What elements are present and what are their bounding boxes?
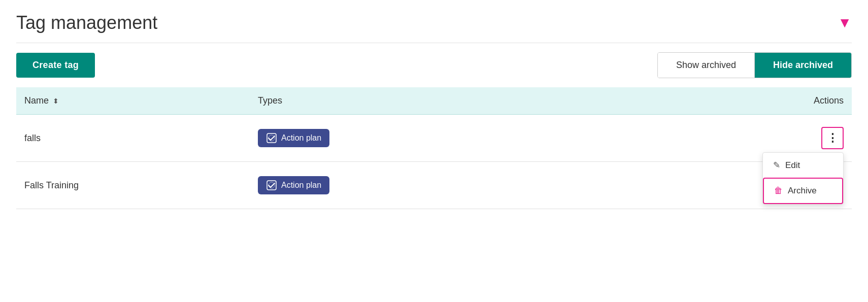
toolbar: Create tag Show archived Hide archived [16, 43, 852, 87]
edit-label: Edit [785, 160, 800, 171]
type-badge-label: Action plan [281, 133, 321, 143]
action-plan-icon [266, 180, 277, 191]
row-actions: ⋮ ✎ Edit 🗑 Archive [783, 127, 844, 149]
type-badge: Action plan [258, 129, 329, 147]
edit-menu-item[interactable]: ✎ Edit [763, 153, 843, 178]
action-plan-icon [266, 132, 277, 144]
tag-types: Action plan [258, 129, 783, 147]
archive-toggle-group: Show archived Hide archived [657, 52, 852, 78]
edit-icon: ✎ [773, 160, 780, 171]
page-header: Tag management ▼ [16, 12, 852, 43]
tag-table: Name ⬍ Types Actions falls Actio [16, 87, 852, 209]
hide-archived-button[interactable]: Hide archived [755, 53, 851, 78]
archive-label: Archive [788, 186, 817, 196]
column-header-actions: Actions [783, 95, 844, 106]
table-row: falls Action plan ⋮ [16, 115, 852, 162]
type-badge-label: Action plan [281, 181, 321, 190]
type-badge: Action plan [258, 176, 329, 194]
create-tag-button[interactable]: Create tag [16, 53, 95, 78]
table-row: Falls Training Action plan ⋮ [16, 162, 852, 209]
table-header-row: Name ⬍ Types Actions [16, 87, 852, 115]
archive-icon: 🗑 [774, 186, 783, 196]
tag-name: Falls Training [24, 180, 258, 191]
column-header-name: Name ⬍ [24, 95, 258, 106]
tag-name: falls [24, 133, 258, 144]
kebab-menu-button[interactable]: ⋮ [821, 127, 844, 149]
context-menu: ✎ Edit 🗑 Archive [762, 152, 844, 205]
page-title: Tag management [16, 12, 157, 33]
sort-icon[interactable]: ⬍ [53, 97, 59, 105]
show-archived-button[interactable]: Show archived [658, 53, 755, 78]
archive-menu-item[interactable]: 🗑 Archive [763, 178, 843, 204]
column-header-types: Types [258, 95, 783, 106]
tag-types: Action plan [258, 176, 783, 194]
filter-icon[interactable]: ▼ [838, 15, 852, 31]
page-container: Tag management ▼ Create tag Show archive… [0, 0, 868, 209]
